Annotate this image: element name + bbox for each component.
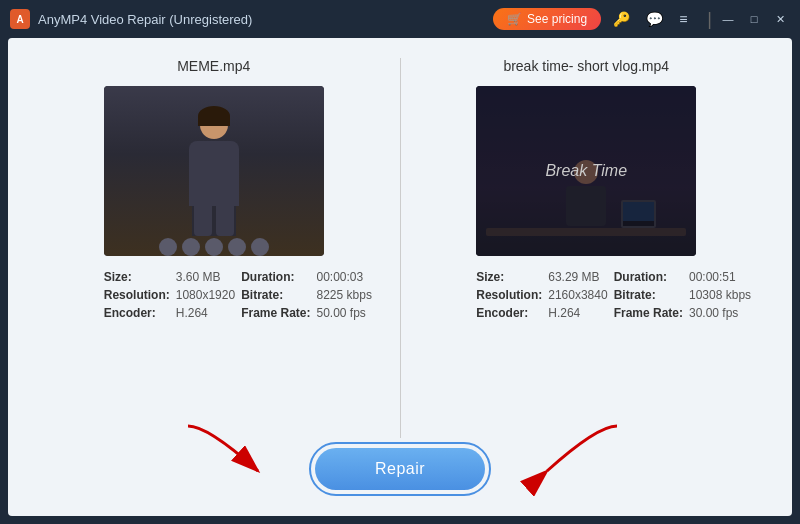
right-encoder-value: H.264 [548,306,607,320]
right-resolution-value: 2160x3840 [548,288,607,302]
left-video-info: Size: 3.60 MB Duration: 00:00:03 Resolut… [104,270,324,320]
right-encoder-label: Encoder: [476,306,542,320]
logo-letter: A [16,14,23,25]
pricing-label: See pricing [527,12,587,26]
window-controls: | — □ ✕ [707,9,790,30]
left-encoder-label: Encoder: [104,306,170,320]
left-arrow [178,416,308,486]
repair-button-border: Repair [309,442,491,496]
person-hair [198,106,230,126]
audience-head-1 [159,238,177,256]
cart-icon: 🛒 [507,12,522,26]
left-thumb-content [104,86,324,256]
left-video-title: MEME.mp4 [177,58,250,74]
right-video-panel: break time- short vlog.mp4 Break Time [411,58,763,438]
left-video-panel: MEME.mp4 [38,58,390,438]
right-framerate-value: 30.00 fps [689,306,751,320]
right-video-title: break time- short vlog.mp4 [503,58,669,74]
titlebar: A AnyMP4 Video Repair (Unregistered) 🛒 S… [0,0,800,38]
left-encoder-value: H.264 [176,306,235,320]
left-framerate-value: 50.00 fps [317,306,372,320]
person-head [200,111,228,139]
left-resolution-label: Resolution: [104,288,170,302]
right-arrow [497,416,627,486]
right-size-value: 63.29 MB [548,270,607,284]
audience-row [104,226,324,256]
left-bitrate-value: 8225 kbps [317,288,372,302]
right-video-thumbnail: Break Time [476,86,696,256]
audience-head-5 [251,238,269,256]
video-panels: MEME.mp4 [38,58,762,438]
left-size-value: 3.60 MB [176,270,235,284]
right-duration-value: 00:00:51 [689,270,751,284]
right-bitrate-label: Bitrate: [614,288,683,302]
repair-button[interactable]: Repair [315,448,485,490]
maximize-button[interactable]: □ [744,9,764,29]
app-logo: A [10,9,30,29]
audience-head-3 [205,238,223,256]
audience-head-2 [182,238,200,256]
figure-person [189,111,239,236]
repair-button-wrap: Repair [309,442,491,496]
right-duration-label: Duration: [614,270,683,284]
right-framerate-label: Frame Rate: [614,306,683,320]
person-body [189,141,239,206]
divider-line: | [707,9,712,30]
app-title: AnyMP4 Video Repair (Unregistered) [38,12,485,27]
break-time-text: Break Time [545,162,627,180]
see-pricing-button[interactable]: 🛒 See pricing [493,8,601,30]
left-duration-value: 00:00:03 [317,270,372,284]
key-icon-button[interactable]: 🔑 [609,9,634,29]
right-video-info: Size: 63.29 MB Duration: 00:00:51 Resolu… [476,270,696,320]
panel-divider [400,58,401,438]
left-framerate-label: Frame Rate: [241,306,310,320]
left-size-label: Size: [104,270,170,284]
repair-section: Repair [8,442,792,496]
right-resolution-label: Resolution: [476,288,542,302]
left-resolution-value: 1080x1920 [176,288,235,302]
right-bitrate-value: 10308 kbps [689,288,751,302]
main-content: MEME.mp4 [8,38,792,516]
left-video-thumbnail [104,86,324,256]
left-bitrate-label: Bitrate: [241,288,310,302]
right-size-label: Size: [476,270,542,284]
left-duration-label: Duration: [241,270,310,284]
right-thumb-overlay: Break Time [476,86,696,256]
desk-scene: Break Time [476,86,696,256]
close-button[interactable]: ✕ [770,9,790,29]
audience-head-4 [228,238,246,256]
chat-icon-button[interactable]: 💬 [642,9,667,29]
minimize-button[interactable]: — [718,9,738,29]
menu-icon-button[interactable]: ≡ [675,9,691,29]
